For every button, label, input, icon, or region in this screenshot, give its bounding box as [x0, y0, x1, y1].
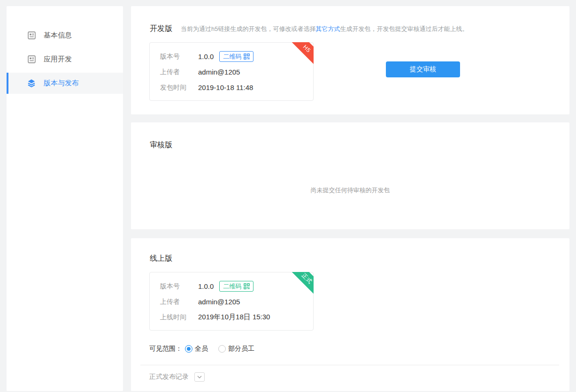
layers-icon: [27, 79, 36, 88]
review-empty-text: 尚未提交任何待审核的开发包: [131, 186, 569, 195]
qr-icon: [244, 53, 250, 60]
version-label: 版本号: [160, 53, 198, 61]
release-record-label: 正式发布记录: [149, 373, 189, 381]
h5-ribbon: H5: [284, 42, 314, 72]
package-time-value: 2019-10-18 11:48: [198, 83, 253, 91]
review-section-title: 审核版: [150, 140, 172, 150]
main-content: 开发版 当前为通过h5链接生成的开发包，可修改或者选择其它方式生成开发包，开发包…: [131, 6, 569, 391]
qr-code-button[interactable]: 二维码: [219, 51, 253, 62]
uploader-value: admin@1205: [198, 68, 240, 76]
online-time-label: 上线时间: [160, 313, 198, 322]
dev-version-card: 版本号 1.0.0 二维码: [149, 42, 314, 101]
dev-section-title: 开发版: [150, 24, 172, 34]
release-record-row: 正式发布记录: [149, 372, 569, 382]
uploader-value: admin@1205: [198, 298, 240, 306]
uploader-label: 上传者: [160, 68, 198, 76]
online-section-title: 线上版: [150, 254, 172, 264]
online-version-card: 版本号 1.0.0 二维码: [149, 272, 314, 331]
radio-unselected-icon[interactable]: [218, 345, 226, 353]
sidebar-item-app-dev[interactable]: 应用开发: [7, 49, 123, 70]
other-method-link[interactable]: 其它方式: [315, 25, 340, 32]
expand-record-button[interactable]: [194, 372, 205, 382]
qr-code-button[interactable]: 二维码: [219, 281, 253, 292]
dev-version-panel: 开发版 当前为通过h5链接生成的开发包，可修改或者选择其它方式生成开发包，开发包…: [131, 6, 569, 114]
document-icon: [27, 31, 36, 40]
radio-selected-icon[interactable]: [185, 345, 192, 353]
version-label: 版本号: [160, 282, 198, 291]
radio-option-everyone[interactable]: 全员: [185, 345, 208, 353]
sidebar-item-version-release[interactable]: 版本与发布: [7, 73, 123, 94]
radio-option-partial-staff[interactable]: 部分员工: [218, 345, 254, 353]
review-version-panel: 审核版 尚未提交任何待审核的开发包: [131, 122, 569, 229]
chevron-down-icon: [197, 376, 202, 378]
divider: [140, 365, 559, 365]
version-value: 1.0.0: [198, 53, 214, 60]
radio-option-label: 全员: [195, 345, 208, 353]
dev-section-desc: 当前为通过h5链接生成的开发包，可修改或者选择其它方式生成开发包，开发包提交审核…: [181, 25, 468, 33]
version-value: 1.0.0: [198, 282, 214, 290]
package-time-label: 发包时间: [160, 83, 198, 92]
submit-review-button[interactable]: 提交审核: [386, 61, 460, 77]
sidebar-item-label: 应用开发: [44, 55, 72, 64]
uploader-label: 上传者: [160, 298, 198, 306]
online-time-value: 2019年10月18日 15:30: [198, 313, 270, 322]
sidebar-item-label: 基本信息: [44, 31, 72, 40]
document-icon: [27, 55, 36, 64]
sidebar: 基本信息 应用开发 版本与发布: [7, 6, 123, 391]
package-time-row: 发包时间 2019-10-18 11:48: [150, 80, 313, 95]
visibility-label: 可见范围：: [149, 345, 182, 353]
ribbon-corner: 正式: [284, 272, 314, 302]
online-time-row: 上线时间 2019年10月18日 15:30: [150, 309, 313, 325]
sidebar-item-basic-info[interactable]: 基本信息: [7, 25, 123, 46]
online-version-panel: 线上版 版本号 1.0.0 二维码: [131, 238, 569, 391]
ribbon-corner: H5: [284, 42, 314, 72]
qr-icon: [244, 283, 250, 289]
visibility-row: 可见范围： 全员 部分员工: [149, 345, 569, 353]
sidebar-item-label: 版本与发布: [44, 79, 79, 88]
radio-option-label: 部分员工: [228, 345, 254, 353]
official-ribbon: 正式: [284, 272, 314, 302]
